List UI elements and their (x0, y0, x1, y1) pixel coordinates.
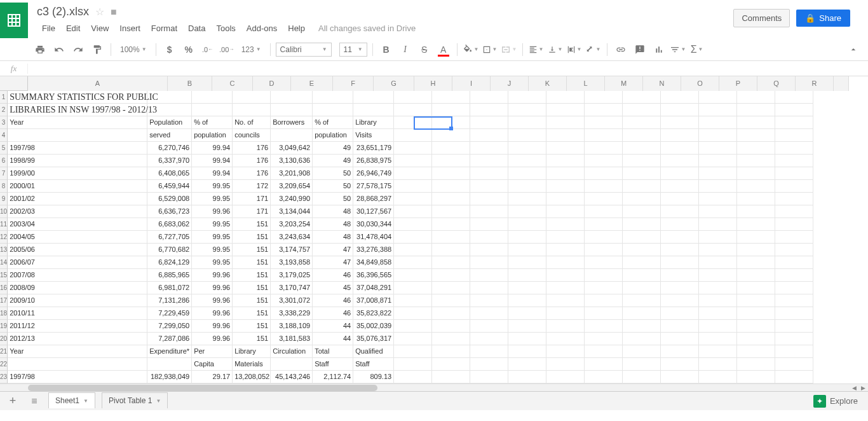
cell[interactable]: Population (147, 116, 192, 128)
cell[interactable] (546, 256, 585, 268)
cell[interactable] (394, 282, 432, 294)
cell[interactable] (699, 142, 737, 154)
cell[interactable] (470, 193, 508, 205)
cell[interactable] (508, 358, 546, 370)
cell[interactable] (737, 307, 775, 319)
cell[interactable] (623, 244, 661, 256)
cell[interactable]: 2007/08 (8, 269, 147, 281)
row-header-9[interactable]: 9 (0, 193, 8, 205)
cell[interactable] (623, 307, 661, 319)
cell[interactable] (699, 333, 737, 345)
cell[interactable]: 30,030,344 (353, 218, 394, 230)
cell[interactable] (432, 282, 470, 294)
cell[interactable]: 151 (233, 218, 271, 230)
cell[interactable] (623, 371, 661, 383)
col-header-K[interactable]: K (529, 76, 567, 91)
cell[interactable] (737, 244, 775, 256)
col-header-F[interactable]: F (333, 76, 374, 91)
add-sheet-icon[interactable]: + (5, 394, 20, 409)
numformat-select[interactable]: 123▼ (238, 45, 265, 54)
cell[interactable] (623, 142, 661, 154)
cell[interactable] (737, 358, 775, 370)
cell[interactable]: 176 (233, 142, 271, 154)
col-header-L[interactable]: L (567, 76, 605, 91)
cell[interactable] (508, 282, 546, 294)
cell[interactable]: 151 (233, 256, 271, 268)
cell[interactable] (623, 256, 661, 268)
cell[interactable] (661, 205, 699, 217)
cell[interactable] (623, 167, 661, 179)
cell[interactable] (470, 231, 508, 243)
share-button[interactable]: 🔒 Share (796, 10, 850, 27)
cell[interactable]: 31,478,404 (353, 231, 394, 243)
horizontal-scrollbar[interactable]: ◀ ▶ (0, 383, 868, 391)
cell[interactable] (546, 244, 585, 256)
cell[interactable]: 2002/03 (8, 205, 147, 217)
cell[interactable] (737, 371, 775, 383)
cell[interactable] (585, 167, 623, 179)
chart-icon[interactable] (651, 41, 667, 58)
cell[interactable] (699, 193, 737, 205)
cell[interactable] (585, 155, 623, 167)
row-header-12[interactable]: 12 (0, 231, 8, 244)
cell[interactable]: 6,270,746 (147, 142, 192, 154)
col-header-P[interactable]: P (719, 76, 757, 91)
cell[interactable] (432, 231, 470, 243)
zoom-select[interactable]: 100%▼ (116, 45, 151, 54)
cell[interactable]: 6,981,072 (147, 282, 192, 294)
cell[interactable] (699, 269, 737, 281)
cell[interactable] (508, 231, 546, 243)
menu-format[interactable]: Format (146, 21, 182, 36)
cell[interactable] (508, 269, 546, 281)
cell[interactable] (394, 231, 432, 243)
row-header-23[interactable]: 23 (0, 371, 8, 383)
formula-input[interactable] (28, 64, 868, 73)
font-select[interactable]: Calibri▼ (276, 43, 332, 57)
cell[interactable]: 46 (313, 294, 353, 307)
cell[interactable] (546, 282, 585, 294)
cell[interactable] (233, 91, 271, 103)
cell[interactable] (775, 269, 813, 281)
cell[interactable] (546, 218, 585, 230)
cell[interactable]: 2010/11 (8, 307, 147, 319)
percent-icon[interactable]: % (180, 41, 197, 58)
cell[interactable]: 3,174,757 (271, 244, 313, 256)
cell[interactable] (546, 358, 585, 370)
cell[interactable]: 7,299,050 (147, 320, 192, 332)
cell[interactable] (699, 294, 737, 307)
cell[interactable]: LIBRARIES IN NSW 1997/98 - 2012/13 (8, 104, 147, 116)
col-header-B[interactable]: B (168, 76, 212, 91)
cell[interactable]: 49 (313, 155, 353, 167)
cell[interactable]: 99.94 (192, 155, 233, 167)
cell[interactable] (699, 345, 737, 357)
strike-icon[interactable]: S (416, 41, 433, 58)
cell[interactable] (737, 104, 775, 116)
cell[interactable] (775, 180, 813, 192)
paintformat-icon[interactable] (89, 41, 105, 58)
tab-sheet1[interactable]: Sheet1▼ (48, 392, 95, 408)
row-header-1[interactable]: 1 (0, 91, 8, 104)
cell[interactable]: 37,008,871 (353, 294, 394, 307)
cell[interactable] (394, 180, 432, 192)
cell[interactable] (470, 320, 508, 332)
collapse-icon[interactable] (845, 41, 862, 58)
menu-data[interactable]: Data (183, 21, 210, 36)
cell[interactable] (585, 129, 623, 141)
cell[interactable] (508, 193, 546, 205)
cell[interactable]: Year (8, 345, 147, 357)
scroll-thumb[interactable] (28, 385, 377, 391)
cell[interactable]: 99.96 (192, 333, 233, 345)
star-icon[interactable]: ☆ (95, 6, 104, 18)
cell[interactable]: 3,193,858 (271, 256, 313, 268)
menu-tools[interactable]: Tools (211, 21, 240, 36)
cell[interactable] (699, 320, 737, 332)
cell[interactable]: 2006/07 (8, 256, 147, 268)
cell[interactable] (623, 91, 661, 103)
cell[interactable] (699, 218, 737, 230)
cell[interactable] (737, 180, 775, 192)
cell[interactable] (147, 358, 192, 370)
row-header-2[interactable]: 2 (0, 104, 8, 116)
cell[interactable] (192, 91, 233, 103)
cell[interactable] (585, 205, 623, 217)
cell[interactable]: Circulation (271, 345, 313, 357)
